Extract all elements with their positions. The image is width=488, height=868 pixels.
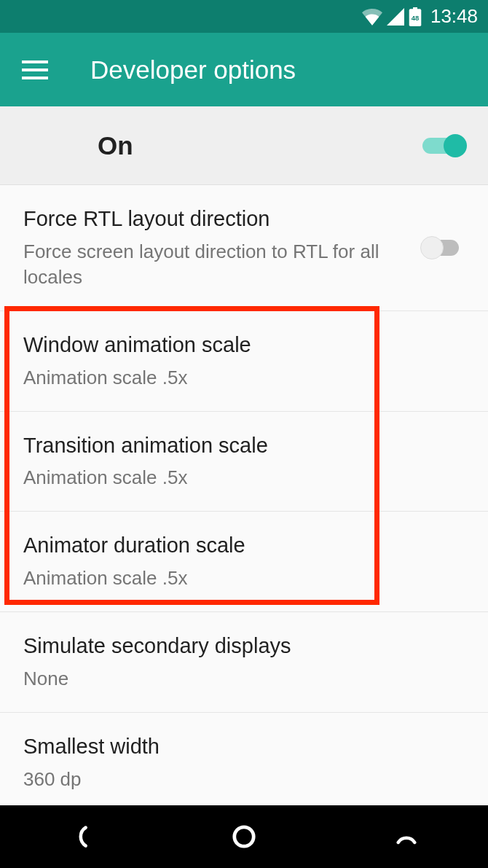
recents-button[interactable] — [363, 818, 450, 855]
wifi-icon — [362, 8, 382, 26]
status-bar: 48 13:48 — [0, 0, 488, 33]
setting-subtitle: Force screen layout direction to RTL for… — [23, 239, 408, 290]
setting-title: Transition animation scale — [23, 432, 450, 460]
setting-subtitle: Animation scale .5x — [23, 465, 450, 490]
battery-icon: 48 — [409, 7, 422, 26]
setting-subtitle: None — [23, 666, 450, 692]
master-toggle-row[interactable]: On — [0, 106, 488, 185]
navigation-bar — [0, 805, 488, 868]
page-title: Developer options — [90, 55, 296, 85]
svg-rect-1 — [413, 7, 417, 10]
home-button[interactable] — [200, 818, 288, 855]
signal-icon — [387, 8, 404, 26]
setting-title: Window animation scale — [23, 332, 450, 359]
status-time: 13:48 — [430, 5, 478, 28]
master-toggle-switch[interactable] — [422, 133, 465, 159]
master-toggle-label: On — [98, 131, 133, 160]
svg-text:48: 48 — [412, 13, 420, 21]
settings-list: Force RTL layout direction Force screen … — [0, 185, 488, 813]
setting-force-rtl[interactable]: Force RTL layout direction Force screen … — [0, 185, 488, 311]
app-bar: Developer options — [0, 33, 488, 106]
setting-subtitle: Animation scale .5x — [23, 566, 450, 591]
status-icons: 48 13:48 — [362, 5, 478, 28]
setting-title: Force RTL layout direction — [23, 206, 408, 233]
setting-smallest-width[interactable]: Smallest width 360 dp — [0, 713, 488, 813]
setting-simulate-secondary-displays[interactable]: Simulate secondary displays None — [0, 612, 488, 713]
force-rtl-switch[interactable] — [422, 235, 465, 261]
setting-animator-duration-scale[interactable]: Animator duration scale Animation scale … — [0, 512, 488, 612]
menu-button[interactable] — [22, 55, 52, 85]
setting-transition-animation-scale[interactable]: Transition animation scale Animation sca… — [0, 412, 488, 512]
setting-window-animation-scale[interactable]: Window animation scale Animation scale .… — [0, 311, 488, 412]
setting-subtitle: 360 dp — [23, 767, 450, 792]
setting-title: Simulate secondary displays — [23, 633, 450, 660]
setting-title: Animator duration scale — [23, 532, 450, 560]
setting-title: Smallest width — [23, 733, 450, 761]
svg-point-3 — [235, 827, 253, 846]
setting-subtitle: Animation scale .5x — [23, 365, 450, 391]
back-button[interactable] — [38, 818, 125, 855]
